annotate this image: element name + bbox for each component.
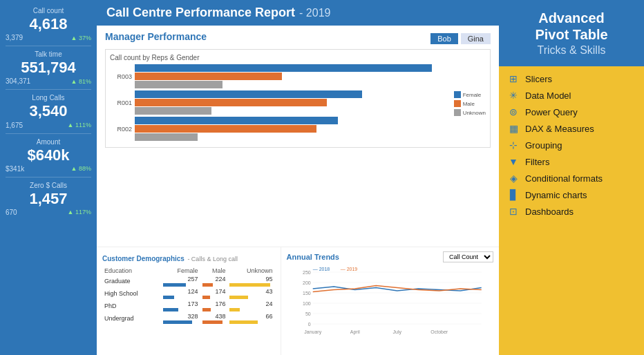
right-item-icon: ▼ — [507, 156, 520, 167]
right-item-label: Grouping — [525, 140, 562, 151]
right-panel-item[interactable]: ⊹ Grouping — [507, 140, 636, 151]
metric-card: Call count 4,618 3,379 ▲ 37% — [6, 7, 91, 46]
demo-row: Undergrad32843866 — [102, 312, 275, 325]
trends-title: Annual Trends — [287, 253, 339, 261]
bar-chart-container: Call count by Reps & Gender R003R001R002… — [105, 49, 491, 148]
metric-card: Zero $ Calls 1,457 670 ▲ 117% — [6, 182, 91, 220]
demographics-title: Customer Demographics - Calls & Long cal… — [102, 251, 238, 264]
gina-button[interactable]: Gina — [461, 33, 491, 44]
demographics-table: EducationFemaleMaleUnknownGraduate257224… — [102, 267, 275, 325]
right-item-icon: ▊ — [507, 189, 520, 200]
trends-dropdown[interactable]: Call Count — [443, 251, 493, 262]
right-item-icon: ⊞ — [507, 73, 520, 84]
right-panel-item[interactable]: ▦ DAX & Measures — [507, 123, 636, 134]
demo-row: High School12417443 — [102, 287, 275, 300]
metric-label: Amount — [6, 138, 91, 146]
right-item-icon: ⊚ — [507, 106, 520, 117]
bottom-area: Customer Demographics - Calls & Long cal… — [97, 247, 499, 355]
metric-label: Long Calls — [6, 94, 91, 102]
metric-sub: $341k ▲ 88% — [6, 165, 91, 173]
svg-text:0: 0 — [307, 322, 310, 327]
svg-text:200: 200 — [303, 280, 311, 285]
annual-trends-section: Annual Trends Call Count 050100150200250… — [281, 247, 499, 355]
left-sidebar: Call count 4,618 3,379 ▲ 37% Talk time 5… — [0, 0, 97, 355]
demo-row: Graduate25722495 — [102, 275, 275, 287]
metric-label: Call count — [6, 7, 91, 15]
svg-text:50: 50 — [305, 311, 310, 316]
svg-text:October: October — [430, 329, 448, 334]
right-panel-item[interactable]: ⊚ Power Query — [507, 106, 636, 117]
bar-row: R002 — [110, 117, 450, 141]
right-header: AdvancedPivot Table Tricks & Skills — [499, 0, 644, 66]
right-panel-title: AdvancedPivot Table — [507, 10, 636, 43]
right-item-label: Data Model — [525, 90, 571, 101]
right-item-icon: ◈ — [507, 173, 520, 184]
right-panel: AdvancedPivot Table Tricks & Skills ⊞ Sl… — [499, 0, 644, 355]
right-item-label: Slicers — [525, 74, 552, 84]
report-header: Call Centre Performance Report - 2019 — [97, 0, 499, 26]
svg-text:250: 250 — [303, 270, 311, 275]
right-item-icon: ⊹ — [507, 140, 520, 151]
metric-value: 551,794 — [6, 59, 91, 76]
right-panel-subtitle: Tricks & Skills — [507, 44, 636, 57]
right-panel-item[interactable]: ⊞ Slicers — [507, 73, 636, 84]
right-item-icon: ⊡ — [507, 206, 520, 217]
right-panel-item[interactable]: ▊ Dynamic charts — [507, 189, 636, 200]
metric-value: 1,457 — [6, 191, 91, 207]
report-subtitle: - 2019 — [299, 7, 330, 19]
right-item-label: Dynamic charts — [525, 190, 587, 200]
main-area: Manager Performance Bob Gina Call count … — [97, 26, 499, 355]
metric-sub: 1,675 ▲ 111% — [6, 122, 91, 129]
line-chart-container: 050100150200250JanuaryAprilJulyOctober— … — [287, 265, 493, 351]
right-item-icon: ▦ — [507, 123, 520, 134]
trends-header: Annual Trends Call Count — [287, 251, 493, 262]
right-panel-item[interactable]: ⊡ Dashboards — [507, 206, 636, 217]
metric-label: Talk time — [6, 50, 91, 58]
right-items-list: ⊞ Slicers ✳ Data Model ⊚ Power Query ▦ D… — [499, 66, 644, 224]
svg-text:100: 100 — [303, 301, 311, 306]
bob-button[interactable]: Bob — [430, 33, 458, 44]
chart-label: Call count by Reps & Gender — [110, 54, 486, 61]
demographics-header: Customer Demographics - Calls & Long cal… — [102, 251, 275, 264]
manager-buttons: Bob Gina — [430, 33, 491, 44]
svg-text:July: July — [392, 329, 401, 335]
metric-label: Zero $ Calls — [6, 182, 91, 189]
metric-value: 4,618 — [6, 16, 91, 32]
bar-row: R003 — [110, 64, 450, 88]
metric-card: Talk time 551,794 304,371 ▲ 81% — [6, 50, 91, 90]
metric-sub: 670 ▲ 117% — [6, 209, 91, 216]
metric-card: Amount $640k $341k ▲ 88% — [6, 138, 91, 178]
metric-value: $640k — [6, 147, 91, 164]
right-panel-item[interactable]: ◈ Conditional formats — [507, 173, 636, 184]
right-panel-item[interactable]: ✳ Data Model — [507, 90, 636, 101]
manager-perf-title: Manager Performance — [105, 31, 207, 42]
right-item-label: DAX & Measures — [525, 124, 594, 134]
right-item-label: Power Query — [525, 107, 578, 117]
svg-text:150: 150 — [303, 291, 311, 296]
metric-sub: 3,379 ▲ 37% — [6, 34, 91, 41]
bar-chart: R003R001R002 — [110, 64, 450, 143]
bar-legend: Female Male Unknown — [454, 64, 486, 143]
demo-row: PhD17317624 — [102, 300, 275, 312]
svg-text:April: April — [350, 329, 359, 335]
metric-card: Long Calls 3,540 1,675 ▲ 111% — [6, 94, 91, 133]
right-item-label: Dashboards — [525, 207, 574, 217]
right-item-icon: ✳ — [507, 90, 520, 101]
svg-text:— 2019: — 2019 — [340, 267, 357, 271]
svg-text:January: January — [304, 329, 321, 335]
center-content: Call Centre Performance Report - 2019 Ma… — [97, 0, 499, 355]
metric-sub: 304,371 ▲ 81% — [6, 77, 91, 85]
metric-value: 3,540 — [6, 103, 91, 119]
manager-performance: Manager Performance Bob Gina Call count … — [97, 26, 499, 247]
right-item-label: Filters — [525, 157, 549, 167]
svg-text:— 2018: — 2018 — [312, 267, 330, 271]
right-item-label: Conditional formats — [525, 173, 603, 184]
bar-row: R001 — [110, 90, 450, 115]
demographics-section: Customer Demographics - Calls & Long cal… — [97, 247, 281, 355]
right-panel-item[interactable]: ▼ Filters — [507, 156, 636, 167]
report-title: Call Centre Performance Report — [106, 6, 295, 20]
